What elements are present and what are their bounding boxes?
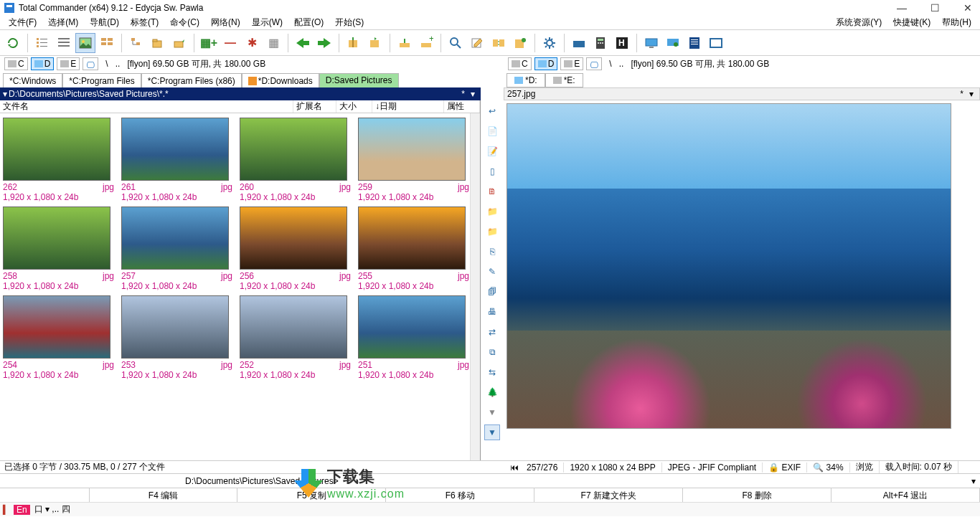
col-attr[interactable]: 属性 [444,100,480,113]
delete-file-icon[interactable]: 🗎 [484,184,500,199]
view-brief-icon[interactable] [97,33,117,53]
drive-d-right[interactable]: D [534,57,558,70]
new-file-icon[interactable]: 📄 [484,123,500,139]
history-drop-right[interactable]: ▾ [966,89,976,99]
menu-commands[interactable]: 命令(C) [164,16,205,29]
search-icon[interactable] [446,33,466,53]
menu-nav[interactable]: 导航(D) [84,16,125,29]
thumbnail-item[interactable]: 260jpg 1,920 x 1,080 x 24b [240,118,351,202]
menu-help[interactable]: 帮助(H) [936,16,977,29]
updir-right[interactable]: .. [619,59,624,69]
filter-active-icon[interactable]: ▼ [484,424,500,440]
reselect-icon[interactable]: ▦ [263,33,283,53]
cmd-history-drop[interactable]: ▾ [967,476,980,486]
thumbnail-item[interactable]: 254jpg 1,920 x 1,080 x 24b [3,295,114,380]
thumbnail-item[interactable]: 258jpg 1,920 x 1,080 x 24b [3,207,114,291]
calc-size-icon[interactable]: 🗐 [484,284,500,300]
col-ext[interactable]: 扩展名 [293,100,336,113]
drive-net-right[interactable]: 🖵 [586,57,602,70]
drive-net-left[interactable]: 🖵 [83,57,98,70]
thumbnail-item[interactable]: 251jpg 1,920 x 1,080 x 24b [358,295,469,380]
maximize-button[interactable]: ☐ [927,2,943,14]
scrollbar-vertical[interactable] [470,113,480,460]
f6-move[interactable]: F6 移动 [386,488,534,502]
new-folder-icon[interactable]: 📁 [484,204,500,219]
history-drop-left[interactable]: ▾ [468,89,478,99]
lang-flag-icon[interactable]: ▍ [3,505,9,515]
view-thumbs-icon[interactable] [75,33,95,53]
close-button[interactable]: ✕ [960,2,976,14]
copy-icon[interactable]: ⎘ [484,244,500,260]
print-icon[interactable]: 🖶 [484,304,500,320]
control-panel-icon[interactable] [663,33,683,53]
f7-mkdir[interactable]: F7 新建文件夹 [534,488,683,502]
edit-file-icon[interactable]: 📝 [484,143,500,159]
tab-program-files-x86[interactable]: *C:Program Files (x86) [141,73,242,87]
altf4-exit[interactable]: Alt+F4 退出 [831,488,980,502]
ftp-connect-icon[interactable] [395,33,415,53]
favorites-star-left[interactable]: * [458,89,468,99]
folder-tree-icon[interactable] [148,33,168,53]
menu-tabs[interactable]: 标签(T) [125,16,164,29]
lang-indicator[interactable]: En [14,505,30,515]
drive-d-left[interactable]: D [31,57,55,70]
unpack-icon[interactable] [365,33,385,53]
status-zoom[interactable]: 🔍 34% [807,462,849,473]
chevron-down-icon[interactable]: ▾ [3,89,7,99]
tab-windows[interactable]: *C:Windows [3,73,62,87]
col-name[interactable]: 文件名 [0,100,293,113]
rename-icon[interactable] [467,33,487,53]
swap-panels-icon[interactable]: ↩ [484,103,500,119]
refresh-icon[interactable] [3,33,23,53]
lang-extra[interactable]: 口 ▾ ,.. 四 [34,503,70,516]
select-plus-icon[interactable]: ▦+ [199,33,219,53]
forward-icon[interactable] [314,33,334,53]
status-browse[interactable]: 浏览 [850,461,880,473]
menu-file[interactable]: 文件(F) [3,16,42,29]
menu-start[interactable]: 开始(S) [329,16,369,29]
tab-downloads[interactable]: *D:Downloads [242,73,319,87]
desktop-icon[interactable] [641,33,661,53]
drive-e-left[interactable]: E [57,57,80,70]
ftp-new-icon[interactable]: + [416,33,436,53]
menu-select[interactable]: 选择(M) [42,16,84,29]
select-minus-icon[interactable]: — [220,33,240,53]
drive-c-right[interactable]: C [508,57,532,70]
pack-icon[interactable] [344,33,364,53]
invert-selection-icon[interactable]: ✱ [242,33,262,53]
menu-hotkeys[interactable]: 快捷键(K) [887,16,936,29]
view-list-icon[interactable] [32,33,52,53]
sync-icon[interactable] [489,33,509,53]
first-icon[interactable]: ⏮ [508,462,521,473]
window-icon[interactable] [706,33,726,53]
sync-dirs-icon[interactable]: ⇆ [484,364,500,380]
notepad-icon[interactable] [684,33,705,53]
thumbnail-item[interactable]: 257jpg 1,920 x 1,080 x 24b [121,207,232,291]
drive-c-left[interactable]: C [4,57,28,70]
thumbnail-item[interactable]: 253jpg 1,920 x 1,080 x 24b [121,295,232,380]
blank-file-icon[interactable]: ▯ [484,163,500,179]
view-details-icon[interactable] [54,33,74,53]
minimize-button[interactable]: — [894,2,910,14]
menu-net[interactable]: 网络(N) [205,16,246,29]
settings-icon[interactable] [540,33,560,53]
thumbnail-item[interactable]: 262jpg 1,920 x 1,080 x 24b [3,118,114,202]
hex-icon[interactable]: H [612,33,632,53]
menu-show[interactable]: 显示(W) [246,16,288,29]
back-icon[interactable] [293,33,313,53]
tab-e-drive[interactable]: *E: [545,73,583,87]
f8-delete[interactable]: F8 删除 [683,488,831,502]
drive-e-right[interactable]: E [560,57,583,70]
thumbnail-item[interactable]: 255jpg 1,920 x 1,080 x 24b [358,207,469,291]
cmd-input[interactable] [344,475,967,488]
thumbnail-item[interactable]: 261jpg 1,920 x 1,080 x 24b [121,118,232,202]
preview-image[interactable] [507,103,951,429]
right-path-bar[interactable]: 257.jpg * ▾ [504,87,980,100]
folder-up-icon[interactable] [169,33,189,53]
tree-icon[interactable] [126,33,146,53]
col-date[interactable]: ↓日期 [372,100,444,113]
filter-icon[interactable]: ▼ [484,404,500,420]
thumbnail-item[interactable]: 259jpg 1,920 x 1,080 x 24b [358,118,469,202]
favorites-star-right[interactable]: * [957,89,966,99]
root-sep-left[interactable]: \ [105,59,108,69]
